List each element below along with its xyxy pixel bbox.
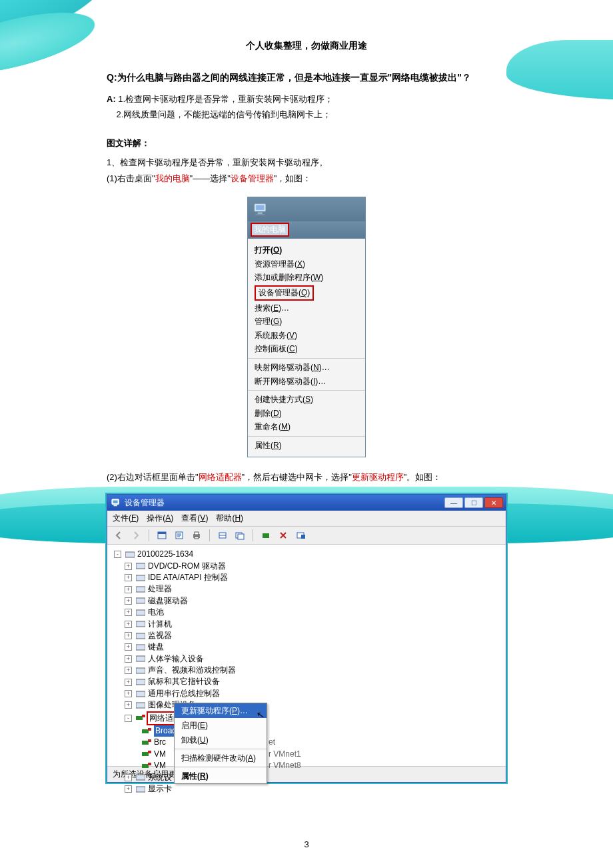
svg-rect-34 <box>142 715 145 717</box>
context-menu-item[interactable]: 资源管理器(X) <box>248 257 365 271</box>
svg-rect-15 <box>238 534 244 539</box>
svg-rect-40 <box>148 751 151 753</box>
device-manager-icon <box>111 498 121 507</box>
svg-rect-21 <box>136 575 145 581</box>
svg-rect-12 <box>195 537 199 539</box>
tree-leaf[interactable]: Brcet <box>114 737 502 748</box>
tree-node[interactable]: +通用串行总线控制器 <box>114 688 502 699</box>
tree-node[interactable]: +DVD/CD-ROM 驱动器 <box>114 561 502 572</box>
question-line: Q:为什么电脑与路由器之间的网线连接正常，但是本地连接一直显示"网络电缆被拔出"… <box>107 71 506 85</box>
toolbar-update-icon[interactable] <box>234 529 246 541</box>
tree-node[interactable]: +键盘 <box>114 641 502 653</box>
tree-node[interactable]: +声音、视频和游戏控制器 <box>114 665 502 676</box>
menu-h[interactable]: 帮助(H) <box>216 513 243 524</box>
tree-leaf[interactable]: Broadcom 802.11g 网络适配器 <box>114 725 502 737</box>
page-number: 3 <box>0 839 613 849</box>
svg-rect-24 <box>136 610 145 615</box>
toolbar-view-icon[interactable] <box>156 529 168 541</box>
tree-leaf[interactable]: VMr VMnet1 <box>114 749 502 760</box>
screenshot-context-menu: 我的电脑 打开(O)资源管理器(X)添加或删除程序(W)设备管理器(Q)搜索(E… <box>247 197 366 457</box>
context-menu-item[interactable]: 控制面板(C) <box>248 342 365 356</box>
svg-rect-41 <box>142 764 149 768</box>
maximize-button[interactable]: ☐ <box>464 497 483 508</box>
svg-rect-36 <box>148 728 151 731</box>
context-menu-item[interactable]: 管理(G) <box>248 315 365 329</box>
menubar: 文件(F)操作(A)查看(V)帮助(H) <box>107 511 506 527</box>
step1b-red2: 设备管理器 <box>231 173 274 183</box>
tree-node[interactable]: +电池 <box>114 607 502 618</box>
question-prefix: Q: <box>107 72 117 83</box>
toolbar-print-icon[interactable] <box>191 529 203 541</box>
context-menu-item[interactable]: 属性(R) <box>175 769 267 783</box>
toolbar-scan-icon[interactable] <box>217 529 229 541</box>
context-menu-item[interactable]: 更新驱动程序(P)… <box>175 703 267 718</box>
tree-node[interactable]: +显示卡 <box>114 783 502 795</box>
context-menu-item[interactable]: 卸载(U) <box>175 733 267 747</box>
window-title: 设备管理器 <box>125 497 165 509</box>
desktop-icon-area <box>248 197 365 221</box>
svg-rect-43 <box>136 775 145 780</box>
context-menu-item[interactable]: 添加或删除程序(W) <box>248 271 365 285</box>
tree-node-network-adapters[interactable]: -网络适配器 <box>114 711 502 725</box>
context-menu-item[interactable]: 删除(D) <box>248 407 365 421</box>
toolbar-disable-icon[interactable] <box>277 529 289 541</box>
tree-node[interactable]: +磁盘驱动器 <box>114 595 502 607</box>
tree-leaf[interactable]: VMr VMnet8 <box>114 760 502 771</box>
tree-node[interactable]: +鼠标和其它指针设备 <box>114 676 502 687</box>
context-menu-item[interactable]: 创建快捷方式(S) <box>248 393 365 407</box>
answer-line2: 2.网线质量问题，不能把远端的信号传输到电脑网卡上； <box>116 109 331 119</box>
tree-node[interactable]: +计算机 <box>114 619 502 630</box>
menu-f[interactable]: 文件(F) <box>113 513 139 524</box>
step-1b: (1)右击桌面"我的电脑"——选择"设备管理器"，如图： <box>107 171 506 187</box>
answer-prefix: A: <box>107 94 116 104</box>
menu-a[interactable]: 操作(A) <box>147 513 173 524</box>
tree-node[interactable]: +人体学输入设备 <box>114 653 502 665</box>
context-menu-item[interactable]: 映射网络驱动器(N)… <box>248 361 365 375</box>
context-menu-item[interactable]: 断开网络驱动器(I)… <box>248 375 365 389</box>
context-menu-item[interactable]: 搜索(E)… <box>248 301 365 315</box>
forward-button[interactable] <box>130 529 142 541</box>
context-menu-item[interactable]: 重命名(M) <box>248 420 365 434</box>
context-menu-item[interactable]: 打开(O) <box>248 243 365 257</box>
tree-node[interactable]: +处理器 <box>114 583 502 595</box>
svg-rect-27 <box>136 645 145 650</box>
step2-mid: "，然后右键选中网卡，选择" <box>242 472 352 482</box>
toolbar-properties-icon[interactable] <box>173 529 185 541</box>
step1b-red1: 我的电脑 <box>155 173 190 183</box>
svg-rect-22 <box>136 587 145 592</box>
svg-rect-30 <box>136 679 145 685</box>
my-computer-icon <box>252 201 271 217</box>
step2-pre: (2)右边对话框里面单击" <box>107 472 199 482</box>
device-manager-window: 设备管理器 — ☐ ✕ 文件(F)操作(A)查看(V)帮助(H) <box>107 494 506 783</box>
tree-node[interactable]: +监视器 <box>114 630 502 641</box>
cursor-icon: ↖ <box>256 709 266 721</box>
toolbar-enable-icon[interactable] <box>260 529 272 541</box>
context-menu-item[interactable]: 属性(R) <box>248 439 365 453</box>
svg-rect-42 <box>148 763 151 765</box>
context-menu-item[interactable]: 系统服务(V) <box>248 329 365 343</box>
detail-title: 图文详解： <box>107 137 506 149</box>
svg-rect-18 <box>301 535 305 539</box>
context-menu-item[interactable]: 扫描检测硬件改动(A) <box>175 751 267 765</box>
svg-rect-2 <box>258 213 263 215</box>
svg-rect-33 <box>136 716 143 720</box>
window-buttons: — ☐ ✕ <box>443 497 503 508</box>
tree-node[interactable]: +IDE ATA/ATAPI 控制器 <box>114 572 502 583</box>
context-menu-item[interactable]: 设备管理器(Q) <box>248 285 365 301</box>
minimize-button[interactable]: — <box>444 497 463 508</box>
svg-rect-25 <box>136 621 145 627</box>
back-button[interactable] <box>113 529 125 541</box>
tree-node[interactable]: +图像处理设备 <box>114 699 502 711</box>
svg-rect-39 <box>142 752 149 756</box>
device-tree[interactable]: -20100225-1634+DVD/CD-ROM 驱动器+IDE ATA/AT… <box>107 545 506 766</box>
close-button[interactable]: ✕ <box>484 497 503 508</box>
page-header: 个人收集整理，勿做商业用途 <box>107 40 506 52</box>
toolbar-uninstall-icon[interactable] <box>295 529 306 541</box>
svg-rect-6 <box>114 505 117 507</box>
tree-root[interactable]: -20100225-1634 <box>114 549 502 560</box>
context-menu-item[interactable]: 启用(E) <box>175 718 267 733</box>
window-titlebar[interactable]: 设备管理器 — ☐ ✕ <box>107 495 506 511</box>
menu-v[interactable]: 查看(V) <box>181 513 208 524</box>
svg-rect-16 <box>263 533 269 538</box>
tree-node[interactable]: +系统设 <box>114 772 502 783</box>
